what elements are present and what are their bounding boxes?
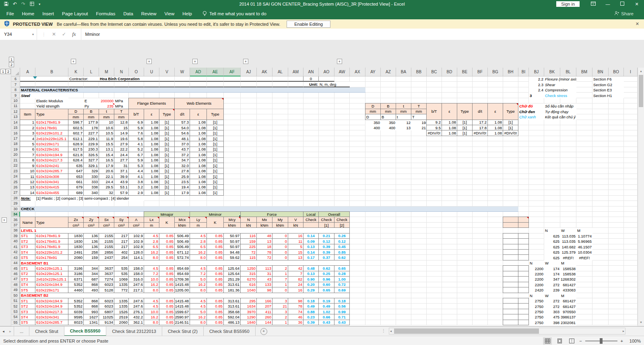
cell[interactable] [84,82,99,87]
cell[interactable] [457,82,473,87]
cell[interactable]: 11025 [99,314,114,320]
cell[interactable] [576,103,592,109]
cell[interactable] [442,82,457,87]
cell[interactable]: 34.7 [174,157,190,163]
cell[interactable]: 493 [83,287,99,293]
cell[interactable] [350,320,365,325]
cell[interactable] [609,174,624,179]
cell[interactable] [334,168,350,174]
cell[interactable] [381,320,396,325]
cell[interactable]: MPa [114,98,129,103]
cell[interactable] [365,293,381,298]
cell[interactable]: Contractor: [68,76,99,82]
cell[interactable]: 102.9 [128,244,144,250]
cell[interactable] [624,298,638,304]
cell[interactable]: 1.08 [190,136,207,141]
sheet-tab-more[interactable]: ... [14,326,29,336]
cell[interactable] [427,201,442,206]
cell[interactable]: Compression [544,87,576,93]
cell[interactable]: [1] [159,184,175,190]
cell[interactable] [159,82,175,87]
cell[interactable]: 1.08 [190,190,207,195]
cell[interactable] [381,255,396,260]
cell[interactable] [303,196,319,201]
cell[interactable] [396,163,411,168]
cell[interactable]: 43 [256,276,272,282]
cell[interactable]: cm³ [68,222,84,228]
cell[interactable]: 3 [20,130,35,136]
cell[interactable]: Note: [20,196,35,201]
cell[interactable]: 10.5 [99,130,114,136]
cell[interactable] [624,179,638,184]
cell[interactable] [365,217,381,222]
cell[interactable] [592,266,609,271]
cell[interactable] [592,223,609,228]
cell[interactable] [257,190,272,195]
cell[interactable]: 136 [83,244,99,250]
cell[interactable]: 868 [83,303,99,309]
cell[interactable]: 13 [256,238,272,244]
cell[interactable] [381,158,396,163]
cell[interactable]: 0.39 [318,249,334,255]
cell[interactable] [473,239,488,244]
cell[interactable]: 16.2 [190,314,207,320]
cell[interactable] [241,120,257,125]
cell[interactable] [350,82,365,87]
cell[interactable]: 43.9 [114,179,129,184]
cell[interactable]: Steel [20,93,68,98]
cell[interactable]: Hoa Binh Corporation [99,76,144,82]
cell[interactable]: 0.13 [303,244,319,250]
cell[interactable] [624,293,638,298]
cell[interactable] [319,152,334,157]
cell[interactable] [544,163,560,168]
cell[interactable] [319,185,334,190]
cell[interactable] [592,287,609,293]
cell[interactable] [609,163,624,168]
cell[interactable] [609,190,624,195]
cell[interactable]: 1.08 [144,157,159,163]
cell[interactable] [609,109,624,114]
cell[interactable] [319,174,334,179]
cell[interactable]: 16.2 [144,249,159,255]
cell[interactable]: 4 [20,136,35,141]
cell[interactable]: 0.85 [206,287,224,293]
cell[interactable]: 9 [20,163,35,168]
cell[interactable]: 1.08 [190,125,207,130]
cell[interactable]: 0.17 [303,254,319,260]
cell[interactable]: 50.97 [223,233,241,239]
cell[interactable]: 1830 [68,233,84,239]
cell[interactable]: 46.1507 [576,244,592,250]
cell[interactable]: [1] [159,168,175,174]
cell[interactable]: 272 [544,304,560,309]
column-header-A[interactable]: A [20,68,35,76]
cell[interactable] [518,271,529,277]
cell[interactable] [334,163,350,168]
cell[interactable]: 19 [411,120,427,125]
cell[interactable] [144,82,159,87]
cell[interactable] [488,212,503,217]
cell[interactable]: 0.85 [159,238,175,244]
cell[interactable]: 31 [114,163,129,168]
sheet-tab-check-strut-2[interactable]: Check Strut (2) [162,326,204,336]
cell[interactable] [272,82,288,87]
cell[interactable] [396,282,411,287]
cell[interactable] [592,293,609,298]
row-header-12[interactable]: 12 [11,109,20,114]
cell[interactable] [488,244,503,250]
cell[interactable] [488,266,503,271]
cell[interactable]: 8 [20,157,35,163]
cell[interactable] [334,152,350,157]
cell[interactable] [288,82,303,87]
cell[interactable] [396,76,411,82]
cell[interactable] [624,190,638,195]
cell[interactable]: 5.0 [190,309,207,314]
cell[interactable] [560,136,576,141]
cell[interactable]: [1] [206,125,224,130]
column-header-V[interactable]: V [159,68,175,76]
cell[interactable]: 0.48 [303,265,319,271]
cell[interactable] [350,239,365,244]
column-header-AE[interactable]: AE [207,68,224,76]
cell[interactable] [473,87,488,93]
cell[interactable] [350,250,365,255]
cell[interactable] [560,125,576,130]
